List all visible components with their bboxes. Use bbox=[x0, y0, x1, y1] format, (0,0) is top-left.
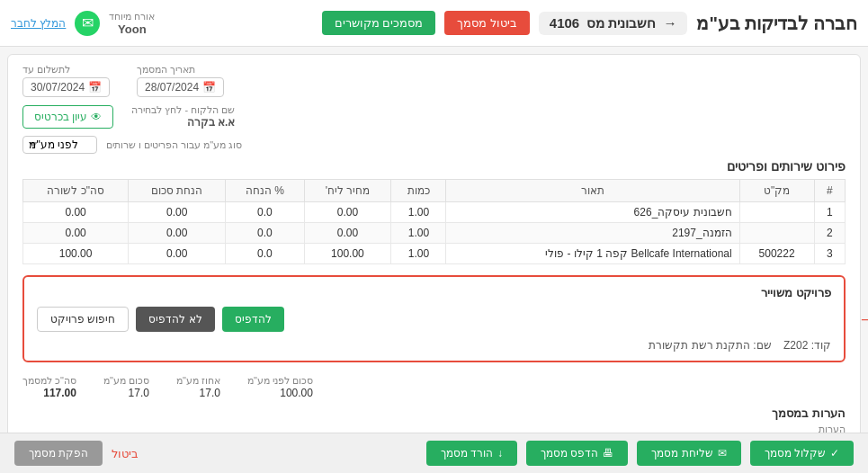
col-total: סה"כ לשורה bbox=[23, 180, 129, 202]
calendar-icon2: 📅 bbox=[88, 81, 102, 94]
grand-total-value: 117.00 bbox=[22, 387, 76, 399]
user-name: Yoon bbox=[109, 22, 155, 36]
top-bar: חברה לבדיקות בע"מ → חשבונית מס 4106 ביטו… bbox=[0, 0, 868, 47]
cell-num: 1 bbox=[814, 202, 845, 223]
col-discount-sum: הנחת סכום bbox=[129, 180, 226, 202]
due-date-label: לתשלום עד bbox=[22, 64, 70, 76]
cell-qty: 1.00 bbox=[391, 202, 446, 223]
send-label: שליחת מסמך bbox=[651, 447, 712, 460]
bottom-bar-left: ביטול הפקת מסמך bbox=[14, 441, 139, 466]
cell-code bbox=[739, 223, 814, 244]
notes-title: הערות במסמך bbox=[22, 406, 846, 420]
send-icon: ✉ bbox=[718, 447, 727, 460]
print-doc-button[interactable]: 🖶 הדפס מסמך bbox=[526, 441, 628, 466]
connect-documents-button[interactable]: מסמכים מקושרים bbox=[322, 11, 436, 35]
cell-qty: 1.00 bbox=[391, 223, 446, 244]
customer-label: שם הלקוח - לחץ לבחירה bbox=[131, 104, 235, 116]
due-date-box[interactable]: 📅 30/07/2024 bbox=[22, 77, 110, 97]
bottom-bar: ✓ שקלול מסמך ✉ שליחת מסמך 🖶 הדפס מסמך ↓ … bbox=[0, 433, 868, 473]
table-row: 3 500222 Bellcafe International קפה 1 קי… bbox=[23, 244, 846, 264]
issue-date-box[interactable]: 📅 28/07/2024 bbox=[137, 77, 224, 97]
col-qty: כמות bbox=[391, 180, 446, 202]
service-select[interactable]: לפני מע"מ bbox=[22, 136, 97, 154]
print-button[interactable]: להדפיס bbox=[222, 307, 284, 332]
view-card-label: עיון בכרטיס bbox=[34, 111, 87, 123]
view-card-button[interactable]: 👁 עיון בכרטיס bbox=[22, 105, 113, 129]
send-button[interactable]: ✉ שליחת מסמך bbox=[637, 441, 740, 466]
totals-row: סכום לפני מע"מ 100.00 אחוז מע"מ 17.0 סכו… bbox=[22, 375, 846, 399]
vat-amount-label: סכום מע"מ bbox=[103, 375, 149, 387]
project-buttons: להדפיס לא להדפיס חיפוש פרויקט bbox=[37, 307, 831, 332]
download-icon: ↓ bbox=[497, 447, 503, 460]
cancel-button[interactable]: ביטול bbox=[112, 441, 139, 466]
user-label: אורח מיוחד bbox=[109, 11, 155, 22]
cell-total: 100.00 bbox=[23, 244, 129, 264]
cell-price: 0.00 bbox=[304, 202, 391, 223]
project-wrapper: → פרויקט משוייר להדפיס לא להדפיס חיפוש פ… bbox=[22, 270, 846, 368]
cell-total: 0.00 bbox=[23, 202, 129, 223]
whatsapp-icon[interactable]: ✉ bbox=[75, 11, 100, 36]
cell-price: 100.00 bbox=[304, 244, 391, 264]
before-vat-total: סכום לפני מע"מ 100.00 bbox=[247, 375, 313, 399]
due-date-value: 30/07/2024 bbox=[31, 81, 85, 94]
vat-pct-value: 17.0 bbox=[176, 387, 220, 399]
table-row: 2 הזמנה_2197 1.00 0.00 0.0 0.00 0.00 bbox=[23, 223, 846, 244]
invoice-header: → חשבונית מס 4106 bbox=[539, 12, 688, 35]
cell-discount-pct: 0.0 bbox=[226, 202, 304, 223]
recommend-link[interactable]: המלץ לחבר bbox=[11, 17, 66, 30]
no-print-button[interactable]: לא להדפיס bbox=[136, 307, 214, 332]
before-vat-label: סכום לפני מע"מ bbox=[247, 375, 313, 387]
cancel-document-button[interactable]: ביטול מסמך bbox=[444, 11, 530, 35]
print-icon: 🖶 bbox=[603, 447, 613, 460]
bottom-bar-right: ✓ שקלול מסמך ✉ שליחת מסמך 🖶 הדפס מסמך ↓ … bbox=[426, 441, 854, 466]
top-bar-left: אורח מיוחד Yoon ✉ המלץ לחבר bbox=[11, 11, 155, 36]
col-desc: תאור bbox=[446, 180, 739, 202]
cell-discount-sum: 0.00 bbox=[129, 244, 226, 264]
issue-date-label: תאריך המסמך bbox=[137, 64, 195, 76]
approve-button[interactable]: ✓ שקלול מסמך bbox=[750, 441, 854, 466]
before-vat-value: 100.00 bbox=[247, 387, 313, 399]
cell-num: 3 bbox=[814, 244, 845, 264]
dates-row: תאריך המסמך 📅 28/07/2024 לתשלום עד 📅 30/… bbox=[22, 64, 846, 97]
cell-price: 0.00 bbox=[304, 223, 391, 244]
customer-value: א.א בקרה bbox=[131, 116, 235, 129]
vat-pct-total: אחוז מע"מ 17.0 bbox=[176, 375, 220, 399]
company-title: חברה לבדיקות בע"מ bbox=[696, 13, 857, 34]
reset-button[interactable]: הפקת מסמך bbox=[14, 441, 103, 466]
invoice-number: 4106 bbox=[550, 15, 579, 31]
print-label: הדפס מסמך bbox=[541, 447, 598, 460]
grand-total-label: סה"כ למסמך bbox=[22, 375, 76, 387]
invoice-label: חשבונית מס bbox=[586, 15, 656, 31]
vat-amount-value: 17.0 bbox=[103, 387, 149, 399]
cell-code bbox=[739, 202, 814, 223]
download-label: הורד מסמך bbox=[441, 447, 493, 460]
due-date-field: לתשלום עד 📅 30/07/2024 bbox=[22, 64, 110, 97]
items-section-title: פירוט שירותים ופריטים bbox=[22, 159, 846, 174]
cell-total: 0.00 bbox=[23, 223, 129, 244]
col-code: מק"ט bbox=[739, 180, 814, 202]
customer-row: שם הלקוח - לחץ לבחירה א.א בקרה 👁 עיון בכ… bbox=[22, 104, 846, 129]
top-bar-right: חברה לבדיקות בע"מ → חשבונית מס 4106 ביטו… bbox=[322, 11, 857, 35]
customer-info: שם הלקוח - לחץ לבחירה א.א בקרה bbox=[131, 104, 235, 129]
cell-discount-sum: 0.00 bbox=[129, 223, 226, 244]
approve-icon: ✓ bbox=[830, 447, 839, 460]
vat-pct-label: אחוז מע"מ bbox=[176, 375, 220, 387]
project-code: קוד: Z202 שם: התקנת רשת תקשורת bbox=[37, 339, 831, 352]
cell-qty: 1.00 bbox=[391, 244, 446, 264]
cell-discount-pct: 0.0 bbox=[226, 223, 304, 244]
cell-discount-pct: 0.0 bbox=[226, 244, 304, 264]
download-button[interactable]: ↓ הורד מסמך bbox=[426, 441, 517, 466]
table-row: 1 חשבונית עיסקה_626 1.00 0.00 0.0 0.00 0… bbox=[23, 202, 846, 223]
red-arrow-icon: → bbox=[856, 305, 868, 334]
project-panel: פרויקט משוייר להדפיס לא להדפיס חיפוש פרו… bbox=[22, 275, 846, 362]
col-price: מחיר ליח' bbox=[304, 180, 391, 202]
calendar-icon: 📅 bbox=[202, 81, 216, 94]
col-discount-pct: % הנחה bbox=[226, 180, 304, 202]
search-project-button[interactable]: חיפוש פרויקט bbox=[37, 307, 129, 332]
cell-discount-sum: 0.00 bbox=[129, 202, 226, 223]
cell-num: 2 bbox=[814, 223, 845, 244]
issue-date-value: 28/07/2024 bbox=[145, 81, 199, 94]
cell-desc: Bellcafe International קפה 1 קילו - פולי bbox=[446, 244, 739, 264]
approve-label: שקלול מסמך bbox=[765, 447, 826, 460]
invoice-arrow: → bbox=[663, 15, 676, 31]
